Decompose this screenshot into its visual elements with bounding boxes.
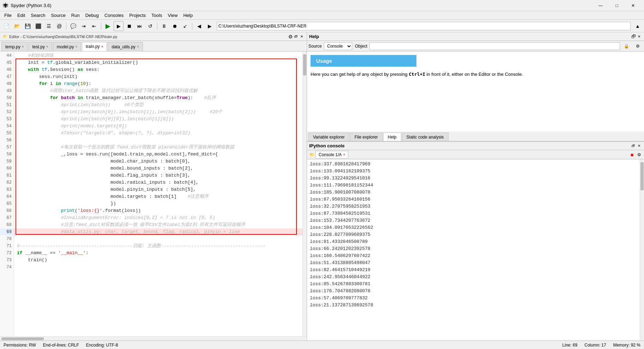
editor-scroll-thumb[interactable] xyxy=(303,54,306,75)
editor-options-button[interactable]: ⚙ xyxy=(288,34,293,39)
debug-into-button[interactable]: ↙ xyxy=(180,21,190,31)
help-options-button[interactable]: 🗗 xyxy=(631,34,636,39)
code-line-45: init = tf.global_variables_initializer() xyxy=(14,59,302,66)
console-stop-button[interactable]: ■ xyxy=(628,151,636,158)
console-line-12: loss:81.4332046508789 xyxy=(310,238,637,245)
help-close-button[interactable]: ✕ xyxy=(636,34,642,39)
line-num-74: 74 xyxy=(0,264,14,271)
tab-model-py[interactable]: model.py × xyxy=(53,42,82,51)
console-scrollbar[interactable] xyxy=(640,159,644,341)
tab-test-py-close[interactable]: × xyxy=(46,45,48,49)
right-panel: Help 🗗 ✕ Source Console Editor Object 🔒 … xyxy=(307,32,644,341)
menu-edit[interactable]: Edit xyxy=(14,12,28,19)
run-file-button[interactable]: ▶ xyxy=(114,21,124,31)
tab-data-utils-py[interactable]: data_utils.py × xyxy=(108,42,143,51)
console-undock-button[interactable]: 🗗 xyxy=(631,143,636,149)
console-close-button[interactable]: ✕ xyxy=(636,143,642,149)
path-up-button[interactable]: ▲ xyxy=(633,21,643,31)
tab-static-code[interactable]: Static code analysis xyxy=(402,133,449,141)
email-button[interactable]: @ xyxy=(54,21,64,31)
tab-test-py-label: test.py xyxy=(32,44,45,49)
tab-variable-explorer[interactable]: Variable explorer xyxy=(308,133,349,141)
minimize-button[interactable]: — xyxy=(592,1,609,11)
code-line-48: for i in range(10): xyxy=(14,80,302,87)
console-line-8: loss:87.73884582519531 xyxy=(310,210,637,217)
open-file-button[interactable]: 📂 xyxy=(12,21,22,31)
run-cell-advance-button[interactable]: ⏭ xyxy=(135,21,145,31)
menu-file[interactable]: File xyxy=(1,12,14,19)
debug-pause-button[interactable]: ⏸ xyxy=(159,21,169,31)
line-num-70: 70 xyxy=(0,235,14,243)
tab-train-py-close[interactable]: × xyxy=(101,45,103,49)
source-select[interactable]: Console Editor xyxy=(324,42,352,50)
tab-data-utils-py-close[interactable]: × xyxy=(137,45,139,49)
tab-model-py-label: model.py xyxy=(57,44,74,49)
debug-step-button[interactable]: ⏺ xyxy=(170,21,180,31)
tab-temp-py[interactable]: temp.py × xyxy=(1,42,28,51)
path-input[interactable] xyxy=(217,22,631,30)
object-input[interactable] xyxy=(369,42,620,50)
run-button[interactable]: ▶ xyxy=(103,21,113,31)
back-button[interactable]: ◀ xyxy=(194,21,204,31)
tab-temp-py-label: temp.py xyxy=(5,44,20,49)
comment-button[interactable]: 💬 xyxy=(68,21,78,31)
menu-run[interactable]: Run xyxy=(68,12,83,19)
console-line-16: loss:82.46415710449​219 xyxy=(310,267,637,274)
horizontal-scrollbar[interactable] xyxy=(0,336,307,341)
editor-undock-button[interactable]: 🗗 xyxy=(293,34,299,39)
code-editor[interactable]: 44 45 46 47 48 49 50 51 52 53 54 55 56 5… xyxy=(0,51,307,336)
console-output[interactable]: loss:337.8981628417969 loss:133.09411621… xyxy=(307,159,640,341)
code-content[interactable]: #初始化训练 init = tf.global_variables_initia… xyxy=(14,51,302,336)
browse-tabs-button[interactable]: ☰ xyxy=(44,21,54,31)
console-line-19: loss:176.7047882080078 xyxy=(310,288,637,295)
object-label: Object xyxy=(355,44,367,49)
editor-panel-folder-icon[interactable]: 📁 xyxy=(2,34,8,39)
new-file-button[interactable]: 📄 xyxy=(1,21,11,31)
reload-button[interactable]: ↺ xyxy=(145,21,155,31)
menu-projects[interactable]: Projects xyxy=(126,12,149,19)
tab-file-explorer[interactable]: File explorer xyxy=(350,133,383,141)
console-tab-close[interactable]: × xyxy=(343,153,345,157)
save-all-button[interactable]: ⬛ xyxy=(33,21,43,31)
editor-close-button[interactable]: ✕ xyxy=(299,34,305,39)
line-num-61: 61 xyxy=(0,172,14,179)
menu-search[interactable]: Search xyxy=(28,12,48,19)
console-line-5: loss:185.90010070800​78 xyxy=(310,189,637,196)
forward-button[interactable]: ▶ xyxy=(205,21,215,31)
tab-temp-py-close[interactable]: × xyxy=(22,45,24,49)
unindent-button[interactable]: ⇤ xyxy=(89,21,99,31)
console-tab-1[interactable]: Console 1/A × xyxy=(315,151,348,159)
horizontal-scroll-thumb[interactable] xyxy=(1,337,44,340)
code-line-72: if __name__ == '__main__': xyxy=(14,250,302,257)
tab-help[interactable]: Help xyxy=(383,133,401,141)
menu-debug[interactable]: Debug xyxy=(83,12,102,19)
line-num-65: 65 xyxy=(0,200,14,207)
save-file-button[interactable]: 💾 xyxy=(23,21,32,31)
code-line-53: #print(len(batch[0][0]),len(batch[1][0])… xyxy=(14,116,302,123)
console-new-button[interactable]: 📁 xyxy=(308,151,315,158)
file-tabs: temp.py × test.py × model.py × train.py … xyxy=(0,41,307,51)
tab-train-py[interactable]: train.py × xyxy=(82,42,107,51)
code-line-49: #调用iter_batch函数 迭代过程可以让梯度下降在不断尝试找到最优解 xyxy=(14,87,302,94)
editor-scrollbar[interactable] xyxy=(302,51,307,336)
close-button[interactable]: ✕ xyxy=(625,1,641,11)
menu-view[interactable]: View xyxy=(165,12,180,19)
status-bar: Permissions: RW End-of-lines: CRLF Encod… xyxy=(0,341,644,349)
indent-button[interactable]: ⇥ xyxy=(79,21,89,31)
help-description: Here you can get help of any object by p… xyxy=(311,72,523,77)
menu-help[interactable]: Help xyxy=(180,12,195,19)
menu-source[interactable]: Source xyxy=(48,12,68,19)
code-line-69: #data_utils.py: char, target, bound, fla… xyxy=(14,228,302,235)
run-cell-button[interactable]: ⏹ xyxy=(124,21,134,31)
menu-tools[interactable]: Tools xyxy=(149,12,165,19)
tab-test-py[interactable]: test.py × xyxy=(29,42,52,51)
console-settings-button[interactable]: ⚙ xyxy=(636,151,643,158)
line-num-72: 72 xyxy=(0,250,14,257)
tab-model-py-close[interactable]: × xyxy=(75,45,77,49)
menu-consoles[interactable]: Consoles xyxy=(102,12,126,19)
maximize-button[interactable]: □ xyxy=(609,1,625,11)
console-scroll-thumb[interactable] xyxy=(640,162,644,190)
line-num-57: 57 xyxy=(0,144,14,151)
help-settings-button[interactable]: ⚙ xyxy=(633,41,643,51)
help-lock-button[interactable]: 🔒 xyxy=(621,41,631,51)
